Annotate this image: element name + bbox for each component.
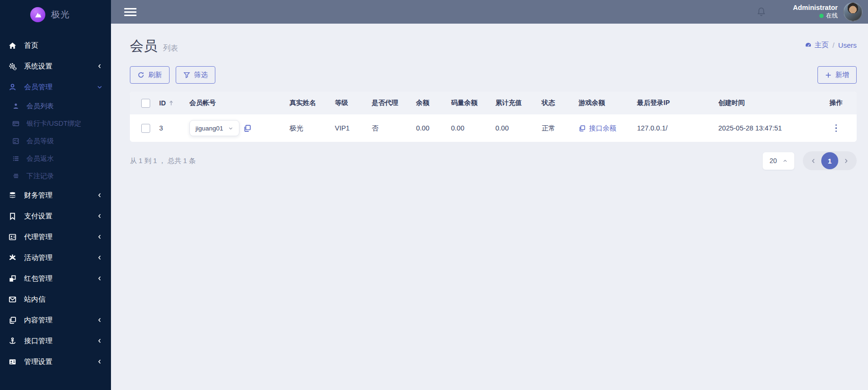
breadcrumb-home-link[interactable]: 主页 — [805, 41, 829, 50]
sidebar-nav: 首页 系统设置 会员管理 — [0, 29, 111, 372]
chevron-left-icon — [97, 317, 102, 323]
add-button[interactable]: 新增 — [817, 66, 857, 84]
sidebar-subitem-member-rebate[interactable]: 会员返水 — [0, 150, 111, 167]
sidebar-subitem-label: 会员列表 — [26, 102, 54, 111]
sidebar: 极光 首页 系统设置 — [0, 0, 111, 390]
sidebar-subitem-member-list[interactable]: 会员列表 — [0, 97, 111, 115]
sidebar-item-home[interactable]: 首页 — [0, 35, 111, 56]
brand-logo-icon — [30, 7, 45, 22]
page-subtitle: 列表 — [163, 43, 178, 53]
topbar: Administrator 在线 — [111, 0, 868, 24]
members-table: ID 会员帐号 真实姓名 等级 是否代理 余额 码 — [130, 92, 857, 142]
sort-ascending-icon[interactable] — [169, 100, 174, 106]
chevron-left-icon — [97, 276, 102, 281]
sidebar-item-finance[interactable]: 财务管理 — [0, 185, 111, 206]
breadcrumb-current-label: Users — [838, 41, 857, 49]
game-balance-link[interactable]: 接口余额 — [579, 124, 631, 133]
sidebar-item-agent-management[interactable]: 代理管理 — [0, 226, 111, 247]
sidebar-item-label: 管理设置 — [24, 357, 97, 366]
user-menu[interactable]: Administrator 在线 — [793, 4, 838, 20]
chevron-left-icon — [97, 359, 102, 364]
cell-code-balance: 0.00 — [448, 114, 493, 142]
sidebar-subitem-label: 下注记录 — [26, 172, 54, 181]
copy-icon — [7, 316, 18, 324]
online-status-label: 在线 — [826, 12, 838, 20]
sidebar-subitem-member-level[interactable]: 会员等级 — [0, 132, 111, 150]
refresh-button[interactable]: 刷新 — [130, 66, 170, 84]
asterisk-icon — [7, 254, 18, 262]
user-avatar[interactable] — [843, 2, 862, 21]
chevron-left-icon — [97, 234, 102, 240]
header-level: 等级 — [332, 92, 369, 114]
header-id[interactable]: ID — [159, 99, 166, 107]
header-created-at: 创建时间 — [715, 92, 816, 114]
sidebar-item-admin-settings[interactable]: 管理设置 — [0, 351, 111, 372]
row-actions-kebab-icon[interactable] — [833, 124, 840, 132]
row-checkbox[interactable] — [141, 124, 150, 133]
select-all-checkbox[interactable] — [141, 99, 150, 108]
sidebar-item-site-mail[interactable]: 站内信 — [0, 289, 111, 310]
page-title: 会员 — [130, 37, 157, 56]
person-icon — [10, 103, 21, 110]
sidebar-item-payment-settings[interactable]: 支付设置 — [0, 206, 111, 226]
app-root: 极光 首页 系统设置 — [0, 0, 868, 390]
pagination: 从 1 到 1 ， 总共 1 条 20 1 — [130, 151, 857, 170]
filter-button-label: 筛选 — [194, 70, 208, 79]
pagination-summary: 从 1 到 1 ， 总共 1 条 — [130, 156, 196, 165]
sidebar-item-content-management[interactable]: 内容管理 — [0, 310, 111, 330]
copy-icon — [579, 125, 586, 132]
online-status-dot — [819, 14, 824, 18]
copy-account-icon[interactable] — [243, 124, 251, 132]
sidebar-item-system-settings[interactable]: 系统设置 — [0, 56, 111, 77]
cell-account: jiguang01 — [189, 120, 284, 136]
page-1-button[interactable]: 1 — [821, 152, 838, 169]
chevron-left-icon — [97, 63, 102, 69]
cell-status: 正常 — [539, 114, 576, 142]
table-row: 3 jiguang01 — [130, 114, 857, 142]
user-name: Administrator — [793, 4, 838, 12]
chevron-down-icon — [228, 126, 233, 131]
next-page-button[interactable] — [840, 156, 852, 166]
add-button-label: 新增 — [835, 70, 849, 79]
chevron-left-icon — [97, 192, 102, 198]
account-dropdown[interactable]: jiguang01 — [189, 120, 239, 136]
sidebar-item-member-management[interactable]: 会员管理 — [0, 77, 111, 97]
header-status: 状态 — [539, 92, 576, 114]
sidebar-item-label: 红包管理 — [24, 274, 97, 283]
filter-icon — [183, 71, 190, 78]
dashboard-icon — [805, 42, 812, 49]
header-account: 会员帐号 — [187, 92, 287, 114]
sidebar-item-api-management[interactable]: 接口管理 — [0, 330, 111, 351]
sidebar-item-activity-management[interactable]: 活动管理 — [0, 247, 111, 268]
page-content: 会员 列表 主页 / Users 刷新 — [111, 24, 868, 390]
header-game-balance: 游戏余额 — [576, 92, 634, 114]
sidebar-toggle-button[interactable] — [124, 8, 136, 16]
brand-logo[interactable]: 极光 — [0, 0, 111, 29]
page-size-select[interactable]: 20 — [763, 152, 794, 170]
breadcrumb-current: Users — [838, 41, 857, 49]
header-last-login-ip: 最后登录IP — [634, 92, 715, 114]
table-header-row: ID 会员帐号 真实姓名 等级 是否代理 余额 码 — [130, 92, 857, 114]
members-table-card: ID 会员帐号 真实姓名 等级 是否代理 余额 码 — [130, 92, 857, 142]
header-code-balance: 码量余额 — [448, 92, 493, 114]
header-total-deposit: 累计充值 — [493, 92, 539, 114]
chevron-left-icon — [97, 338, 102, 344]
previous-page-button[interactable] — [808, 156, 819, 166]
sidebar-subitem-label: 会员等级 — [26, 137, 54, 146]
sidebar-item-redpacket-management[interactable]: 红包管理 — [0, 268, 111, 289]
id-card-icon — [7, 233, 18, 241]
sidebar-subitem-bet-records[interactable]: 下注记录 — [0, 167, 111, 185]
filter-button[interactable]: 筛选 — [176, 66, 215, 84]
header-real-name: 真实姓名 — [287, 92, 332, 114]
sidebar-item-label: 财务管理 — [24, 191, 97, 200]
page-header: 会员 列表 主页 / Users — [130, 37, 857, 56]
pager: 1 — [803, 151, 857, 170]
sidebar-item-label: 首页 — [24, 41, 102, 50]
sidebar-item-label: 系统设置 — [24, 62, 97, 71]
main-area: Administrator 在线 会员 列表 主页 — [111, 0, 868, 390]
notifications-bell-icon[interactable] — [756, 7, 766, 17]
brand-name: 极光 — [51, 9, 70, 21]
sidebar-subitem-bank-usdt[interactable]: 银行卡/USDT绑定 — [0, 115, 111, 132]
home-icon — [7, 42, 18, 50]
toolbar: 刷新 筛选 新增 — [130, 66, 857, 84]
